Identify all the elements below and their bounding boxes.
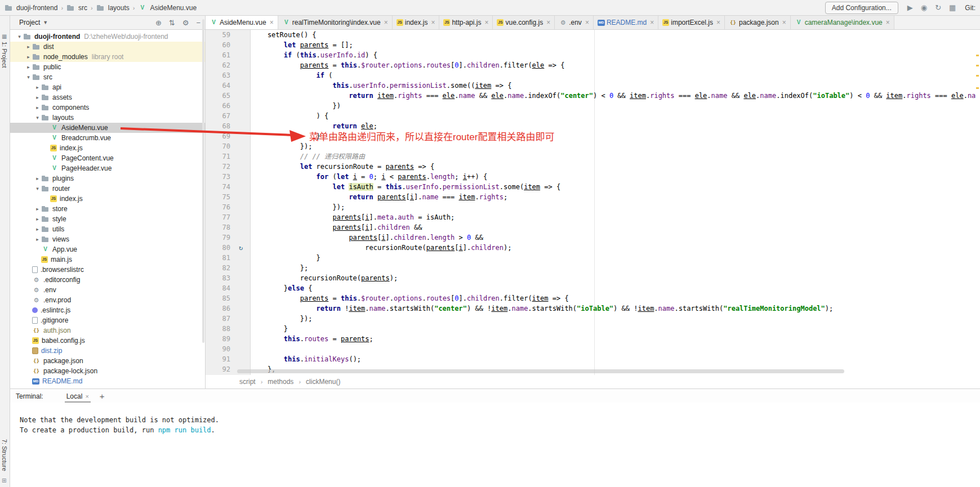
add-configuration-button[interactable]: Add Configuration...: [825, 2, 898, 14]
line-number[interactable]: 90: [206, 344, 230, 354]
tree-item-auth.json[interactable]: {}auth.json: [10, 325, 205, 336]
chevron-closed-icon[interactable]: ▸: [34, 105, 41, 110]
line-number[interactable]: 81: [206, 253, 230, 263]
tab-README.md[interactable]: MDREADME.md×: [594, 16, 658, 29]
line-number[interactable]: 59: [206, 30, 230, 40]
tree-item-layouts[interactable]: ▾layouts: [10, 113, 205, 123]
tree-item-duoji-frontend[interactable]: ▾duoji-frontendD:\zheheWeb\duoji-fronten…: [10, 32, 205, 42]
tab-AsideMenu.vue[interactable]: VAsideMenu.vue×: [206, 16, 278, 29]
line-number[interactable]: 63: [206, 70, 230, 81]
tree-item-package-lock.json[interactable]: {}package-lock.json: [10, 366, 205, 376]
close-tab-icon[interactable]: ×: [585, 19, 589, 26]
code-line[interactable]: 63 if (: [206, 70, 980, 81]
chevron-closed-icon[interactable]: ▸: [34, 176, 41, 181]
chevron-closed-icon[interactable]: ▸: [34, 95, 41, 100]
tree-item-.gitignore[interactable]: .gitignore: [10, 315, 205, 325]
locate-file-icon[interactable]: ⊕: [155, 19, 162, 27]
code-line[interactable]: 70 });: [206, 141, 980, 151]
line-number[interactable]: 67: [206, 111, 230, 121]
tree-item-Breadcrumb.vue[interactable]: VBreadcrumb.vue: [10, 133, 205, 143]
tree-item-.browserslistrc[interactable]: .browserslistrc: [10, 265, 205, 275]
code-pane[interactable]: 59 setRoute() {60 let parents = [];61 if…: [206, 30, 980, 375]
git-label[interactable]: Git:: [965, 4, 975, 12]
code-line[interactable]: 73 for (let i = 0; i < parents.length; i…: [206, 172, 980, 182]
code-line[interactable]: 69 }: [206, 131, 980, 141]
code-line[interactable]: 76 });: [206, 202, 980, 212]
line-number[interactable]: 85: [206, 293, 230, 303]
chevron-closed-icon[interactable]: ▸: [34, 84, 41, 90]
chevron-closed-icon[interactable]: ▸: [34, 206, 41, 212]
line-number[interactable]: 88: [206, 324, 230, 334]
close-tab-icon[interactable]: ×: [484, 19, 488, 26]
project-tree-scrollbar[interactable]: [202, 19, 204, 343]
code-line[interactable]: 59 setRoute() {: [206, 30, 980, 40]
line-number[interactable]: 62: [206, 60, 230, 70]
close-tab-icon[interactable]: ×: [270, 19, 274, 26]
code-line[interactable]: 82 };: [206, 263, 980, 273]
tree-item-index.js[interactable]: JSindex.js: [10, 194, 205, 204]
code-line[interactable]: 71 // // 递归权限路由: [206, 151, 980, 162]
code-line[interactable]: 90: [206, 344, 980, 354]
tab-http-api.js[interactable]: JShttp-api.js×: [439, 16, 493, 29]
hide-panel-icon[interactable]: −: [196, 19, 201, 27]
line-number[interactable]: 72: [206, 162, 230, 172]
code-line[interactable]: 62 parents = this.$router.options.routes…: [206, 60, 980, 70]
chevron-open-icon[interactable]: ▾: [25, 74, 32, 80]
tree-item-public[interactable]: ▸public: [10, 62, 205, 72]
tab-.env[interactable]: ⚙.env×: [555, 16, 594, 29]
tree-item-router[interactable]: ▾router: [10, 184, 205, 194]
line-number[interactable]: 71: [206, 151, 230, 162]
code-line[interactable]: 65 return item.rights === ele.name && el…: [206, 91, 980, 101]
close-tab-icon[interactable]: ×: [384, 19, 388, 26]
chevron-closed-icon[interactable]: ▸: [25, 44, 32, 50]
code-line[interactable]: 78 parents[i].children &&: [206, 222, 980, 233]
code-line[interactable]: 85 parents = this.$router.options.routes…: [206, 293, 980, 303]
project-tool-icon[interactable]: ▦: [2, 33, 7, 39]
code-line[interactable]: 84 }else {: [206, 283, 980, 293]
line-number[interactable]: 82: [206, 263, 230, 273]
line-number[interactable]: 78: [206, 222, 230, 233]
tree-item-plugins[interactable]: ▸plugins: [10, 173, 205, 184]
title-breadcrumb-item[interactable]: VAsideMenu.vue: [138, 4, 197, 12]
close-tab-icon[interactable]: ×: [650, 19, 654, 26]
tree-item-views[interactable]: ▸views: [10, 234, 205, 244]
debug-icon[interactable]: ◉: [921, 4, 927, 11]
project-panel-title[interactable]: Project: [19, 19, 40, 26]
collapse-all-icon[interactable]: ⇅: [169, 19, 175, 27]
code-line[interactable]: 67 ) {: [206, 111, 980, 121]
code-line[interactable]: 79 parents[i].children.length > 0 &&: [206, 233, 980, 243]
close-tab-icon[interactable]: ×: [546, 19, 550, 26]
chevron-closed-icon[interactable]: ▸: [34, 236, 41, 242]
tree-item-style[interactable]: ▸style: [10, 214, 205, 224]
close-tab-icon[interactable]: ×: [886, 19, 890, 26]
chevron-open-icon[interactable]: ▾: [16, 34, 23, 39]
code-line[interactable]: 87 });: [206, 314, 980, 324]
line-number[interactable]: 84: [206, 283, 230, 293]
horizontal-scrollbar[interactable]: [237, 369, 844, 373]
code-line[interactable]: 86 return !item.name.startsWith("center"…: [206, 303, 980, 314]
chevron-closed-icon[interactable]: ▸: [25, 54, 32, 60]
line-number[interactable]: 75: [206, 192, 230, 202]
refresh-icon[interactable]: ↻: [935, 4, 941, 11]
tree-item-api[interactable]: ▸api: [10, 82, 205, 92]
code-line[interactable]: 89 this.routes = parents;: [206, 334, 980, 344]
line-number[interactable]: 86: [206, 303, 230, 314]
chevron-closed-icon[interactable]: ▸: [34, 226, 41, 232]
tree-item-dist[interactable]: ▸dist: [10, 42, 205, 52]
chevron-open-icon[interactable]: ▾: [34, 186, 41, 191]
title-breadcrumb-item[interactable]: layouts: [96, 4, 130, 12]
line-number[interactable]: 64: [206, 81, 230, 91]
close-icon[interactable]: ×: [85, 393, 88, 400]
line-number[interactable]: 73: [206, 172, 230, 182]
tab-importExcel.js[interactable]: JSimportExcel.js×: [658, 16, 725, 29]
line-number[interactable]: 91: [206, 354, 230, 364]
tree-item-App.vue[interactable]: VApp.vue: [10, 244, 205, 254]
tree-item-PageContent.vue[interactable]: VPageContent.vue: [10, 153, 205, 163]
line-number[interactable]: 61: [206, 50, 230, 60]
line-number[interactable]: 87: [206, 314, 230, 324]
code-line[interactable]: 74 let isAuth = this.userInfo.permission…: [206, 182, 980, 192]
tree-item-dist.zip[interactable]: dist.zip: [10, 346, 205, 356]
stripe-structure-button[interactable]: 7: Structure: [1, 439, 8, 471]
code-line[interactable]: 60 let parents = [];: [206, 40, 980, 50]
code-line[interactable]: 88 }: [206, 324, 980, 334]
